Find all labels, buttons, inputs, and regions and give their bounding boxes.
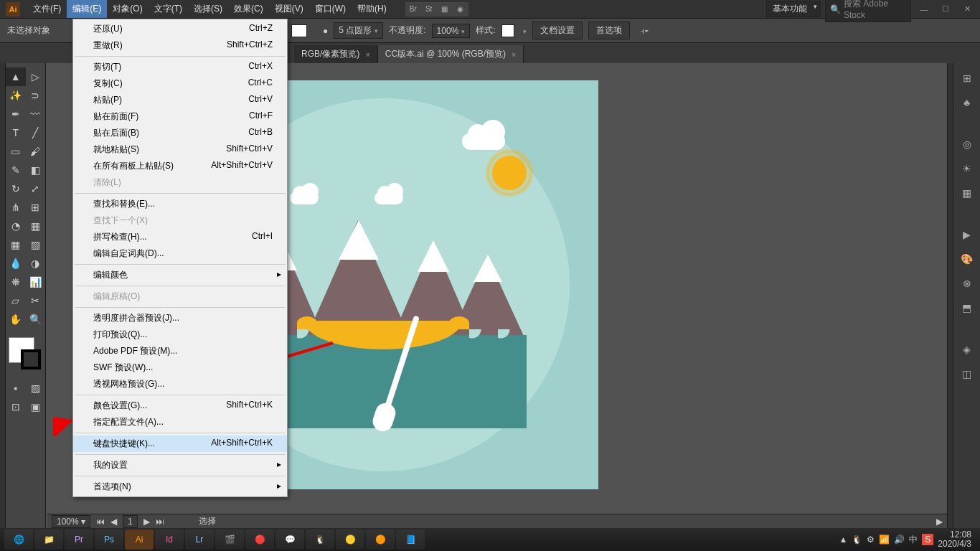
color-mode[interactable]: ▪ (6, 379, 26, 397)
zoom-tool[interactable]: 🔍 (26, 310, 46, 329)
shaper-tool[interactable]: ✎ (6, 161, 26, 179)
right-dock-strip[interactable] (947, 63, 953, 528)
document-tab[interactable]: RGB/像素预览)× (294, 45, 378, 63)
menu-item[interactable]: 复制(C)Ctrl+C (73, 75, 287, 92)
style-swatch[interactable] (501, 24, 514, 37)
perspective-tool[interactable]: ▦ (26, 217, 46, 235)
fill-swatch[interactable] (291, 24, 307, 37)
gradient-tool[interactable]: ▨ (26, 235, 46, 254)
selection-tool[interactable]: ▲ (6, 67, 26, 86)
menu-item[interactable]: 我的设置 (73, 457, 287, 474)
align-icon[interactable]: ⫞▾ (640, 26, 649, 36)
taskbar-app-premiere[interactable]: Pr (65, 529, 93, 550)
mesh-tool[interactable]: ▦ (6, 235, 26, 254)
tray-icon[interactable]: 📶 (879, 534, 890, 545)
magic-wand-tool[interactable]: ✨ (6, 86, 26, 105)
taskbar-app-lightroom[interactable]: Lr (185, 529, 214, 550)
brushes-panel-icon[interactable]: ▶ (959, 227, 975, 242)
type-tool[interactable]: T (6, 123, 26, 142)
cc-panel-icon[interactable]: ◎ (959, 136, 975, 152)
menu-效果[interactable]: 效果(C) (228, 0, 269, 18)
taskbar-app-browser[interactable]: 🌐 (4, 529, 33, 550)
hand-tool[interactable]: ✋ (6, 310, 26, 329)
swatches-panel-icon[interactable]: ▦ (959, 185, 975, 201)
taskbar-app-chrome[interactable]: 🟡 (336, 529, 364, 550)
taskbar-app-photoshop[interactable]: Ps (95, 529, 123, 550)
menu-文件[interactable]: 文件(F) (27, 0, 67, 18)
arrange-icon[interactable]: ▦ (437, 2, 453, 17)
artboard-nav-next[interactable]: ▶ (143, 517, 150, 527)
artboard-nav-prev[interactable]: ◀ (110, 517, 117, 527)
paintbrush-tool[interactable]: 🖌 (26, 142, 46, 161)
symbol-sprayer-tool[interactable]: ❋ (6, 273, 26, 291)
stock-icon[interactable]: St (421, 2, 437, 17)
menu-视图[interactable]: 视图(V) (269, 0, 309, 18)
line-tool[interactable]: ╱ (26, 123, 46, 142)
close-icon[interactable]: × (512, 50, 516, 59)
left-dock-strip[interactable] (0, 63, 6, 528)
direct-selection-tool[interactable]: ▷ (26, 67, 46, 86)
menu-item[interactable]: 剪切(T)Ctrl+X (73, 59, 287, 75)
libraries-panel-icon[interactable]: ♣ (959, 95, 975, 110)
maximize-button[interactable]: ☐ (937, 3, 954, 16)
fill-stroke-swatch[interactable] (6, 334, 45, 366)
screen-mode-2[interactable]: ▣ (26, 397, 46, 416)
tray-icon[interactable]: 🐧 (852, 534, 862, 545)
curvature-tool[interactable]: 〰 (26, 105, 46, 123)
zoom-field[interactable]: 100% ▾ (52, 515, 90, 528)
artboard-nav-first[interactable]: ⏮ (96, 517, 105, 527)
tray-ime[interactable]: 中 (909, 534, 918, 546)
system-clock[interactable]: 12:08 2020/4/3 (938, 530, 976, 549)
document-tab[interactable]: CC版本.ai @ 100% (RGB/预览)× (378, 45, 524, 63)
taskbar-app[interactable]: 🔴 (245, 529, 274, 550)
menu-item[interactable]: 编辑自定词典(D)... (73, 245, 287, 262)
gpu-icon[interactable]: ◉ (453, 2, 468, 17)
properties-panel-icon[interactable]: ⊞ (959, 70, 975, 86)
document-setup-button[interactable]: 文档设置 (532, 22, 583, 39)
menu-帮助[interactable]: 帮助(H) (352, 0, 392, 18)
taskbar-app-explorer[interactable]: 📁 (34, 529, 63, 550)
appearance-panel-icon[interactable]: ◫ (959, 366, 975, 382)
menu-item[interactable]: 贴在后面(B)Ctrl+B (73, 125, 287, 141)
bridge-icon[interactable]: Br (405, 2, 421, 17)
taskbar-app-indesign[interactable]: Id (155, 529, 184, 550)
taskbar-app-qq[interactable]: 🐧 (306, 529, 334, 550)
taskbar-app-notes[interactable]: 📘 (396, 529, 425, 550)
menu-item[interactable]: 指定配置文件(A)... (73, 414, 287, 430)
eyedropper-tool[interactable]: 💧 (6, 254, 26, 273)
stock-search[interactable]: 🔍搜索 Adobe Stock (825, 0, 911, 22)
tray-icon[interactable]: ▲ (839, 534, 847, 545)
menu-item[interactable]: 就地粘贴(S)Shift+Ctrl+V (73, 141, 287, 158)
blend-tool[interactable]: ◑ (26, 254, 46, 273)
free-transform-tool[interactable]: ⊞ (26, 198, 46, 217)
scale-tool[interactable]: ⤢ (26, 179, 46, 198)
menu-item[interactable]: 透明度拼合器预设(J)... (73, 310, 287, 326)
menu-item[interactable]: 键盘快捷键(K)...Alt+Shift+Ctrl+K (73, 435, 287, 452)
taskbar-app-illustrator[interactable]: Ai (125, 529, 154, 550)
tray-icon[interactable]: ⚙ (867, 534, 875, 545)
width-tool[interactable]: ⋔ (6, 198, 26, 217)
transparency-panel-icon[interactable]: ◈ (959, 342, 975, 357)
artboard-number[interactable]: 1 (123, 515, 138, 528)
menu-编辑[interactable]: 编辑(E) (67, 0, 107, 18)
menu-item[interactable]: 贴在前面(F)Ctrl+F (73, 108, 287, 125)
menu-item[interactable]: 拼写检查(H)...Ctrl+I (73, 229, 287, 245)
minimize-button[interactable]: — (915, 3, 933, 16)
artboard-nav-last[interactable]: ⏭ (156, 517, 164, 527)
menu-item[interactable]: 编辑颜色 (73, 267, 287, 283)
graph-tool[interactable]: 📊 (26, 273, 46, 291)
preferences-button[interactable]: 首选项 (588, 22, 630, 39)
lasso-tool[interactable]: ⊃ (26, 86, 46, 105)
menu-item[interactable]: 颜色设置(G)...Shift+Ctrl+K (73, 397, 287, 414)
menu-item[interactable]: 打印预设(Q)... (73, 326, 287, 343)
pen-tool[interactable]: ✒ (6, 105, 26, 123)
close-button[interactable]: ✕ (958, 3, 976, 16)
menu-item[interactable]: 首选项(N) (73, 479, 287, 495)
menu-item[interactable]: Adobe PDF 预设(M)... (73, 343, 287, 359)
menu-item[interactable]: 重做(R)Shift+Ctrl+Z (73, 37, 287, 54)
menu-对象[interactable]: 对象(O) (107, 0, 148, 18)
tray-icon[interactable]: 🔊 (894, 534, 905, 545)
artboard-tool[interactable]: ▱ (6, 291, 26, 310)
taskbar-app[interactable]: 🟠 (366, 529, 395, 550)
menu-文字[interactable]: 文字(T) (149, 0, 188, 18)
